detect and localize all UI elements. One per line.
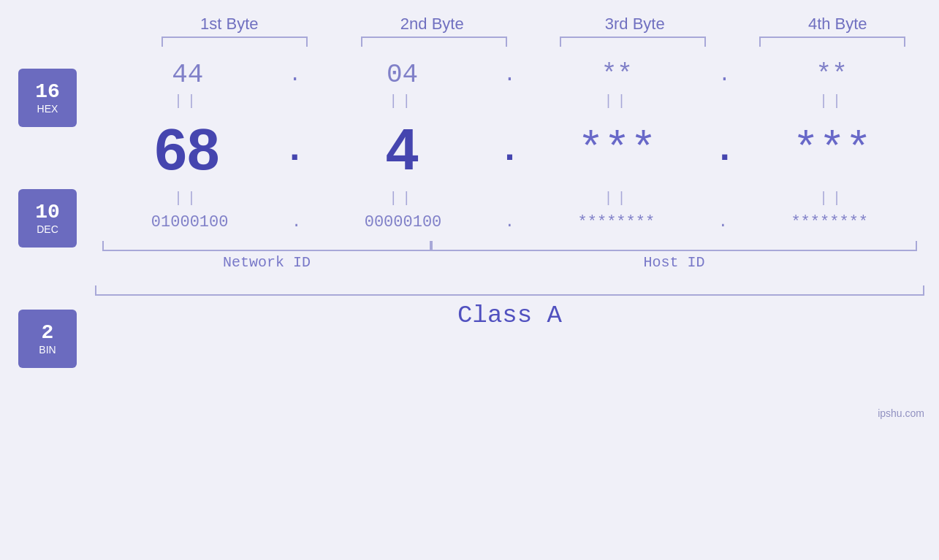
bin-values-row: 01000100 . 00000100 . ******** . *******… [95, 210, 924, 235]
hex-b2: 04 [330, 60, 476, 90]
eq1-b1: || [114, 93, 260, 110]
bytes-header: 1st Byte 2nd Byte 3rd Byte 4th Byte [128, 15, 939, 34]
dot-bin-2: . [505, 213, 514, 231]
bottom-brackets [95, 241, 924, 251]
bin-b2: 00000100 [330, 213, 476, 231]
dot-hex-2: . [503, 64, 516, 86]
byte3-header: 3rd Byte [555, 15, 715, 34]
dot-bin-1: . [292, 213, 301, 231]
hex-values-row: 44 . 04 . ** . ** [95, 47, 924, 90]
eq1-b3: || [544, 93, 691, 110]
dot-hex-1: . [289, 64, 301, 86]
dec-b2: 4 [329, 116, 475, 183]
bin-b3: ******** [543, 213, 689, 231]
hex-b3: ** [544, 60, 690, 90]
dot-hex-3: . [718, 64, 731, 86]
class-label: Class A [95, 302, 924, 329]
equals-row-1: || || || || [95, 90, 924, 112]
byte4-header: 4th Byte [757, 15, 918, 34]
watermark: ipshu.com [878, 407, 924, 419]
hex-b4: ** [759, 60, 905, 90]
bin-badge: 2 BIN [18, 310, 77, 368]
eq2-b1: || [114, 190, 260, 207]
dot-dec-1: . [284, 129, 305, 171]
bracket-2 [361, 37, 507, 47]
network-host-labels: Network ID Host ID [95, 251, 924, 274]
dec-b4: *** [759, 125, 905, 174]
dec-badge: 10 DEC [18, 189, 77, 248]
data-content: 44 . 04 . ** . ** || || [95, 47, 939, 426]
network-id-label: Network ID [102, 254, 431, 271]
dot-bin-3: . [718, 213, 728, 231]
network-bracket [102, 241, 431, 251]
top-brackets [33, 34, 939, 47]
eq1-b4: || [759, 93, 905, 110]
dec-values-row: 68 . 4 . *** . *** [95, 112, 924, 187]
host-id-label: Host ID [431, 254, 917, 271]
bin-b4: ******** [756, 213, 902, 231]
bracket-1 [161, 37, 308, 47]
byte2-header: 2nd Byte [351, 15, 512, 34]
hex-b1: 44 [115, 60, 261, 90]
bin-b1: 01000100 [117, 213, 263, 231]
hex-badge: 16 HEX [18, 69, 77, 127]
bracket-4 [759, 37, 905, 47]
dec-b3: *** [544, 125, 691, 174]
eq2-b2: || [329, 190, 475, 207]
byte-headers-section: 1st Byte 2nd Byte 3rd Byte 4th Byte [33, 15, 939, 34]
dot-dec-3: . [714, 129, 736, 171]
equals-row-2: || || || || [95, 187, 924, 210]
eq2-b4: || [759, 190, 905, 207]
bracket-3 [560, 37, 706, 47]
badges-column: 16 HEX 10 DEC 2 BIN [0, 47, 95, 426]
host-bracket [431, 241, 917, 251]
rows-section: 16 HEX 10 DEC 2 BIN 44 . 04 [0, 47, 939, 426]
dot-dec-2: . [498, 129, 520, 171]
main-layout: 1st Byte 2nd Byte 3rd Byte 4th Byte 16 H… [0, 0, 939, 426]
full-bracket [95, 285, 924, 296]
dec-b1: 68 [114, 116, 260, 183]
byte1-header: 1st Byte [149, 15, 310, 34]
eq2-b3: || [544, 190, 691, 207]
eq1-b2: || [329, 93, 475, 110]
